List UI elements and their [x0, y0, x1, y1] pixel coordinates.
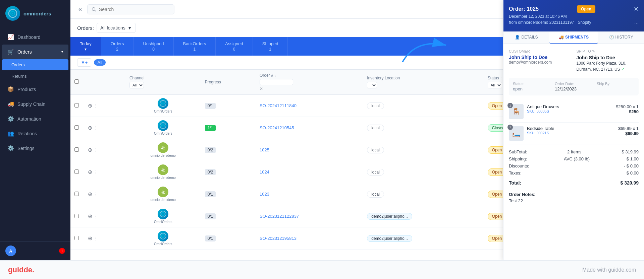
settings-icon: ⚙️ [7, 145, 14, 151]
row-checkbox[interactable] [74, 125, 79, 130]
row-checkbox[interactable] [74, 236, 79, 240]
orders-icon: 🛒 [7, 49, 14, 55]
sidebar-item-orders[interactable]: 🛒 Orders ▾ [2, 45, 68, 59]
sidebar-label-relations: Relations [17, 131, 37, 136]
sidebar-item-supply-chain[interactable]: 🚚 Supply Chain [2, 97, 68, 111]
add-button[interactable]: ⊕ [88, 169, 92, 175]
automation-icon: ⚙️ [7, 116, 14, 122]
ship-to-edit-icon[interactable]: ✎ [592, 49, 595, 53]
channel-name: OmniOrders [154, 110, 172, 113]
add-button[interactable]: ⊕ [88, 125, 92, 131]
more-button[interactable]: ⋮ [94, 125, 98, 131]
discounts-row: Discounts: - $ 0.00 [509, 162, 639, 169]
add-button[interactable]: ⊕ [88, 235, 92, 241]
more-button[interactable]: ⋮ [94, 169, 98, 175]
add-button[interactable]: ⊕ [88, 147, 92, 153]
filter-button[interactable]: ▼+ [77, 58, 91, 67]
product-total-2: $69.99 [618, 131, 639, 136]
order-link[interactable]: SO-202312195813 [260, 236, 297, 241]
status-sort-icon[interactable]: ↕ [500, 76, 502, 80]
panel-tab-details[interactable]: 👤 DETAILS [503, 31, 549, 44]
sidebar-item-orders-sub[interactable]: Orders [2, 59, 68, 70]
order-sort-icon[interactable]: ↕ [274, 74, 276, 77]
tab-backorders-label: BackOrders [183, 41, 206, 46]
dropdown-icon: ▼ [127, 25, 132, 30]
tab-unshipped[interactable]: Unshipped 0 [133, 37, 173, 56]
panel-more-button[interactable]: ··· [634, 20, 639, 26]
location-filter[interactable] [367, 82, 377, 88]
tab-assigned-count: 0 [233, 47, 235, 52]
panel-tab-history[interactable]: 🕐 HISTORY [598, 31, 644, 44]
row-checkbox[interactable] [74, 192, 79, 196]
all-filter-badge[interactable]: All [94, 59, 105, 66]
channel-cell: 🛍omniordersdemo [129, 142, 197, 157]
logo-icon [5, 6, 20, 21]
products-icon: 📦 [7, 86, 14, 92]
subtotal-label: SubTotal: [509, 149, 527, 154]
order-num-filter[interactable] [260, 79, 293, 85]
channel-name: omniordersdemo [151, 198, 176, 202]
sidebar-item-automation[interactable]: ⚙️ Automation [2, 112, 68, 126]
order-filter-clear[interactable]: ✕ [260, 86, 359, 91]
sidebar-item-products[interactable]: 📦 Products [2, 82, 68, 96]
order-link[interactable]: SO-202412111840 [260, 103, 297, 108]
panel-tab-shipments[interactable]: 🚚 SHIPMENTS [549, 31, 598, 44]
location-badge: local [367, 191, 384, 198]
order-link[interactable]: 1024 [260, 169, 269, 175]
more-button[interactable]: ⋮ [94, 147, 98, 153]
sidebar-item-settings[interactable]: ⚙️ Settings [2, 141, 68, 155]
more-button[interactable]: ⋮ [94, 192, 98, 197]
order-link[interactable]: 1023 [260, 192, 269, 197]
location-select[interactable]: All locations ▼ [97, 23, 136, 33]
order-link[interactable]: 1025 [260, 147, 269, 152]
select-all-checkbox[interactable] [74, 79, 79, 84]
sidebar-label-returns: Returns [11, 74, 27, 79]
main-content: « Orders: All locations ▼ Today ▾ Orders… [70, 0, 644, 260]
panel-open-button[interactable]: Open [577, 5, 595, 13]
product-unit-price-2: $69.99 x 1 [618, 126, 639, 131]
sidebar-label-orders-sub: Orders [11, 62, 25, 67]
channel-filter[interactable]: All [129, 82, 144, 88]
order-link[interactable]: SO-2023121122837 [260, 214, 299, 219]
subtotal-row: SubTotal: 2 Items $ 319.99 [509, 148, 639, 155]
sidebar-item-relations[interactable]: 👥 Relations [2, 126, 68, 141]
add-button[interactable]: ⊕ [88, 103, 92, 109]
product-sku-1: SKU: J0005S [527, 109, 612, 113]
tab-shipped[interactable]: Shipped 1 [253, 37, 288, 56]
search-input[interactable] [99, 7, 159, 12]
sidebar-item-dashboard[interactable]: 📈 Dashboard [2, 30, 68, 44]
subtotal-items: 2 Items [527, 149, 622, 154]
notification-badge: 1 [59, 248, 65, 254]
tab-unshipped-label: Unshipped [143, 41, 164, 46]
progress-badge: 0/1 [205, 213, 216, 219]
add-button[interactable]: ⊕ [88, 213, 92, 219]
row-checkbox[interactable] [74, 169, 79, 174]
row-checkbox[interactable] [74, 214, 79, 218]
tab-shipped-label: Shipped [262, 41, 278, 46]
tab-assigned[interactable]: Assigned 0 [216, 37, 253, 56]
ship-to-name: John Ship to Doe [577, 55, 639, 60]
status-filter[interactable]: All [488, 82, 502, 88]
product-count-badge-2: 1 [507, 125, 513, 130]
more-button[interactable]: ⋮ [94, 214, 98, 219]
col-checkbox [70, 70, 84, 95]
more-button[interactable]: ⋮ [94, 103, 98, 109]
sidebar-item-returns[interactable]: Returns [2, 71, 68, 82]
tab-orders[interactable]: Orders 2 [101, 37, 134, 56]
row-checkbox[interactable] [74, 103, 79, 108]
panel-close-button[interactable]: ✕ [634, 5, 639, 13]
order-link[interactable]: SO-20241210545 [260, 125, 294, 130]
tab-backorders[interactable]: BackOrders 1 [174, 37, 216, 56]
product-price-1: $250.00 x 1 $250 [616, 104, 639, 114]
progress-badge: 0/1 [205, 235, 216, 241]
progress-badge: 1/1 [205, 125, 216, 131]
products-list: 🪑 1 Antique Drawers SKU: J0005S $250.00 … [509, 101, 639, 144]
tab-today[interactable]: Today ▾ [70, 37, 101, 56]
sidebar-label-orders: Orders [17, 49, 32, 55]
tab-assigned-label: Assigned [225, 41, 243, 46]
add-button[interactable]: ⊕ [88, 191, 92, 197]
row-checkbox[interactable] [74, 147, 79, 152]
more-button[interactable]: ⋮ [94, 236, 98, 241]
nav: 📈 Dashboard 🛒 Orders ▾ Orders Returns 📦 … [0, 27, 70, 241]
collapse-button[interactable]: « [77, 4, 83, 14]
